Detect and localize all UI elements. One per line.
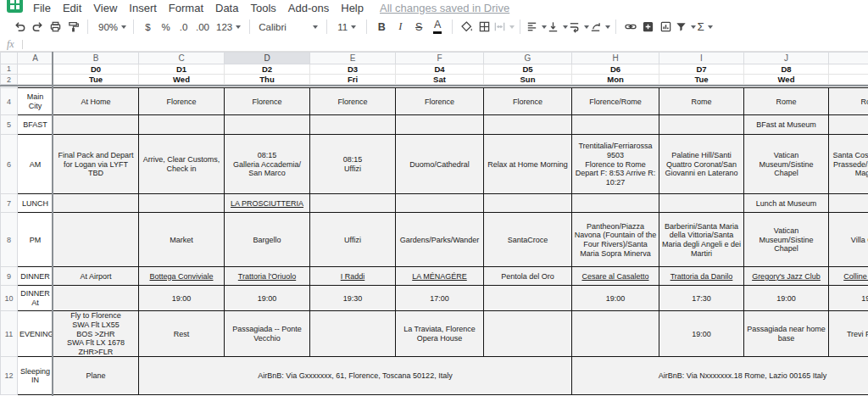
row-header-11[interactable]: 11 (1, 311, 18, 357)
cell-K7[interactable] (829, 194, 868, 213)
cell-J2[interactable]: Wed (744, 75, 829, 85)
cell-A5[interactable]: BFAST (18, 115, 53, 135)
menu-view[interactable]: View (87, 2, 123, 14)
fill-color-button[interactable] (458, 17, 476, 37)
cell-D8[interactable]: Bargello (225, 213, 310, 267)
row-header-10[interactable]: 10 (1, 286, 18, 311)
menu-help[interactable]: Help (335, 2, 370, 14)
cell-H9[interactable]: Cesare al Casaletto (572, 267, 659, 286)
borders-button[interactable] (476, 17, 493, 37)
font-select[interactable]: Calibri (255, 17, 321, 37)
cell-F4[interactable]: Florence (396, 88, 484, 115)
cell-H12-K12-merged[interactable]: AirBnB: Via Nxxxxxxx.18 Rome, Lazio 0016… (572, 357, 868, 395)
strikethrough-button[interactable]: S (409, 17, 428, 37)
cell-E11[interactable] (310, 311, 396, 357)
cell-C11[interactable]: Rest (139, 311, 225, 357)
functions-button[interactable]: Σ (696, 17, 714, 37)
cell-B1[interactable]: D0 (53, 64, 139, 75)
formula-input[interactable] (23, 38, 868, 51)
row-header-8[interactable]: 8 (1, 213, 18, 267)
cell-I9[interactable]: Trattoria da Danilo (659, 267, 744, 286)
text-color-button[interactable]: A (428, 17, 447, 37)
cell-J9[interactable]: Gregory's Jazz Club (744, 267, 829, 286)
column-header-k[interactable]: K (829, 53, 868, 64)
menu-insert[interactable]: Insert (123, 2, 163, 14)
row-header-6[interactable]: 6 (1, 135, 18, 194)
save-status[interactable]: All changes saved in Drive (380, 2, 509, 14)
row-header-9[interactable]: 9 (1, 267, 18, 286)
cell-A10[interactable]: DINNER At (18, 286, 53, 311)
cell-H1[interactable]: D6 (572, 64, 659, 75)
redo-button[interactable] (29, 17, 47, 37)
column-header-j[interactable]: J (744, 53, 829, 64)
cell-I1[interactable]: D7 (659, 64, 744, 75)
cell-B10[interactable] (53, 286, 139, 311)
cell-A7[interactable]: LUNCH (18, 194, 53, 213)
insert-chart-button[interactable] (657, 17, 675, 37)
cell-G6[interactable]: Relax at Home Morning (484, 135, 572, 194)
cell-J6[interactable]: Vatican Museum/Sistine Chapel (744, 135, 829, 194)
cell-A4[interactable]: Main City (18, 88, 53, 115)
cell-D6[interactable]: 08:15 Galleria Accademia/ San Marco (225, 135, 310, 194)
cell-A2[interactable] (18, 75, 53, 85)
cell-I2[interactable]: Tue (659, 75, 744, 85)
cell-H8[interactable]: Pantheon/Piazza Navona (Fountain of the … (572, 213, 659, 267)
cell-I4[interactable]: Rome (659, 88, 744, 115)
cell-H11[interactable] (572, 311, 659, 357)
merge-cells-button[interactable] (493, 17, 515, 37)
cell-K1[interactable] (829, 64, 868, 75)
cell-K4[interactable]: Rome (829, 88, 868, 115)
cell-F8[interactable]: Gardens/Parks/Wander (396, 213, 484, 267)
bold-button[interactable]: B (372, 17, 391, 37)
cell-J11[interactable]: Passagiada near home base (744, 311, 829, 357)
cell-J7[interactable]: Lunch at Museum (744, 194, 829, 213)
vertical-align-button[interactable] (547, 17, 568, 37)
cell-B5[interactable] (53, 115, 139, 135)
cell-E2[interactable]: Fri (310, 75, 396, 85)
insert-link-button[interactable] (621, 17, 639, 37)
menu-data[interactable]: Data (209, 2, 244, 14)
cell-E7[interactable] (310, 194, 396, 213)
cell-J1[interactable]: D8 (744, 64, 829, 75)
font-size-select[interactable]: 11 (332, 17, 361, 37)
row-header-5[interactable]: 5 (1, 115, 18, 135)
more-formats-button[interactable]: 123 (213, 17, 244, 37)
cell-E6[interactable]: 08:15 Uffizi (310, 135, 396, 194)
cell-C10[interactable]: 19:00 (139, 286, 225, 311)
cell-K5[interactable] (829, 115, 868, 135)
column-header-i[interactable]: I (659, 53, 744, 64)
cell-A11[interactable]: EVENING (18, 311, 53, 357)
cell-B4[interactable]: At Home (53, 88, 139, 115)
format-percent-button[interactable]: % (157, 17, 175, 37)
cell-K11[interactable]: Trevi Fountain (829, 311, 868, 357)
cell-A8[interactable]: PM (18, 213, 53, 267)
row-header-2[interactable]: 2 (1, 75, 18, 85)
column-header-g[interactable]: G (484, 53, 572, 64)
cell-I5[interactable] (659, 115, 744, 135)
cell-E9[interactable]: I Raddi (310, 267, 396, 286)
cell-C6[interactable]: Arrive, Clear Customs, Check in (139, 135, 225, 194)
cell-I10[interactable]: 17:30 (659, 286, 744, 311)
cell-A12[interactable]: Sleeping IN (18, 357, 53, 395)
menu-format[interactable]: Format (163, 2, 209, 14)
text-rotation-button[interactable] (589, 17, 610, 37)
cell-I8[interactable]: Barberini/Santa Maria della Vittoria/San… (659, 213, 744, 267)
cell-E4[interactable]: Florence (310, 88, 396, 115)
cell-J10[interactable]: 19:00 (744, 286, 829, 311)
cell-K6[interactable]: Santa Costanza/Santa Prassede/Santa Mari… (829, 135, 868, 194)
column-header-d[interactable]: D (225, 53, 310, 64)
cell-E10[interactable]: 19:30 (310, 286, 396, 311)
cell-H2[interactable]: Mon (572, 75, 659, 85)
insert-comment-button[interactable] (639, 17, 657, 37)
cell-B7[interactable] (53, 194, 139, 213)
cell-J4[interactable]: Rome (744, 88, 829, 115)
cell-D11[interactable]: Passagiada -- Ponte Vecchio (225, 311, 310, 357)
paint-format-button[interactable] (64, 17, 82, 37)
cell-I7[interactable] (659, 194, 744, 213)
cell-D10[interactable]: 19:00 (225, 286, 310, 311)
cell-D5[interactable] (225, 115, 310, 135)
column-header-a[interactable]: A (18, 53, 53, 64)
cell-A1[interactable] (18, 64, 53, 75)
cell-F9[interactable]: LA MÉNAGÉRE (396, 267, 484, 286)
cell-G2[interactable]: Sun (484, 75, 572, 85)
